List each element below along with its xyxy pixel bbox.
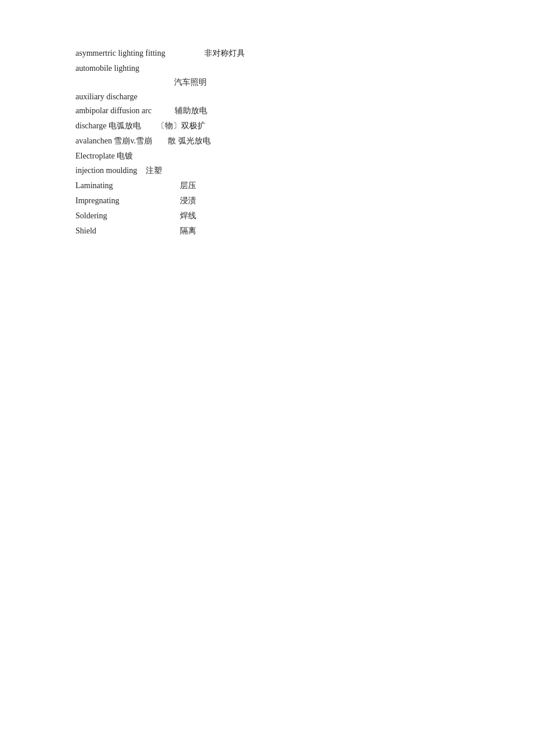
term-en: automobile lighting <box>75 64 139 73</box>
term-zh: 辅助放电 <box>175 104 207 118</box>
term-en: injection moulding <box>75 166 137 175</box>
term-en: auxiliary discharge <box>75 92 138 101</box>
entry-discharge: discharge 电弧放电 〔物〕双极扩 <box>75 119 459 133</box>
term-en: avalanchen 雪崩v.雪崩 <box>75 136 152 145</box>
term-en: Laminating <box>75 179 180 193</box>
term-en: Soldering <box>75 209 180 223</box>
term-en: Shield <box>75 224 180 238</box>
term-zh: 层压 <box>180 179 459 193</box>
entry-soldering: Soldering 焊线 <box>75 209 459 223</box>
entry-automobile-lighting: automobile lighting 汽车照明 <box>75 62 459 89</box>
entry-asymmetric-lighting: asymmertric lighting fitting 非对称灯具 <box>75 46 459 60</box>
term-zh: 汽车照明 <box>174 75 207 89</box>
entry-impregnating: Impregnating 浸渍 <box>75 194 459 208</box>
entry-electroplate: Electroplate 电镀 <box>75 149 459 163</box>
term-en-2: ambipolar diffusion arc <box>75 104 151 118</box>
entry-avalanchen: avalanchen 雪崩v.雪崩 散 弧光放电 <box>75 134 459 148</box>
entry-injection-moulding: injection moulding 注塑 <box>75 164 459 178</box>
entry-laminating: Laminating 层压 <box>75 179 459 193</box>
term-en: Impregnating <box>75 194 180 208</box>
entry-shield: Shield 隔离 <box>75 224 459 238</box>
term-zh: 散 弧光放电 <box>168 136 211 145</box>
term-en: discharge 电弧放电 <box>75 121 141 130</box>
term-zh: 隔离 <box>180 224 459 238</box>
entry-auxiliary-discharge: auxiliary discharge ambipolar diffusion … <box>75 90 459 118</box>
term-zh: 焊线 <box>180 209 459 223</box>
term-en: Electroplate 电镀 <box>75 152 133 160</box>
term-zh: 非对称灯具 <box>204 49 245 57</box>
term-zh: 〔物〕双极扩 <box>157 121 205 130</box>
term-en: asymmertric lighting fitting <box>75 49 165 57</box>
term-zh: 注塑 <box>146 166 162 175</box>
main-content: asymmertric lighting fitting 非对称灯具 autom… <box>0 0 534 285</box>
term-zh: 浸渍 <box>180 194 459 208</box>
